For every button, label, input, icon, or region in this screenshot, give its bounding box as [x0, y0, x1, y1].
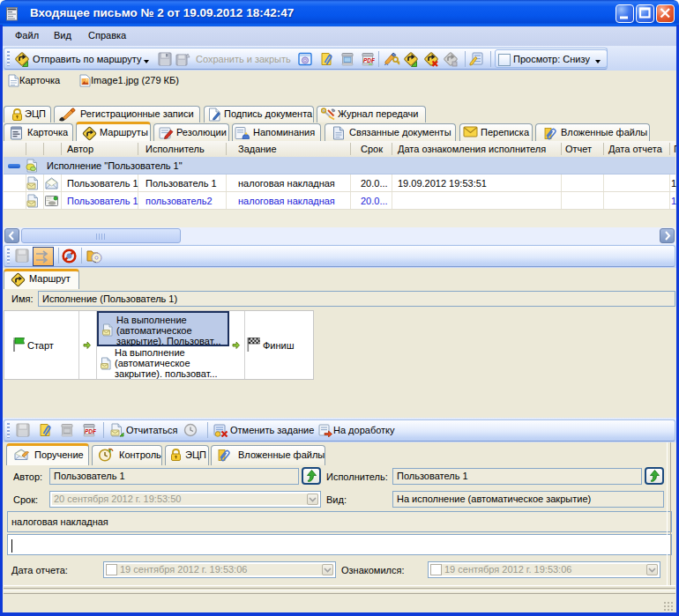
svg-text:PDF: PDF [85, 428, 96, 434]
svg-text:PDF: PDF [363, 57, 375, 63]
